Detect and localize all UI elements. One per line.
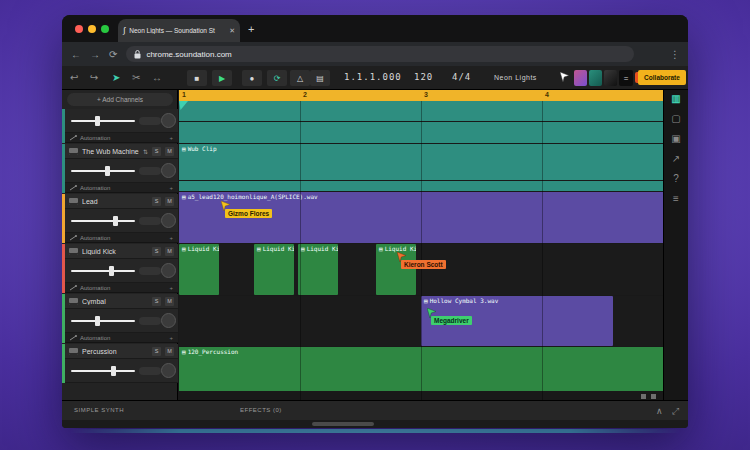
zoom-in-button[interactable] (651, 394, 656, 399)
mute-button[interactable]: M (165, 197, 174, 206)
zoom-window-button[interactable] (101, 25, 109, 33)
kick-clip[interactable]: ▤Liquid Ki (254, 244, 294, 295)
automation-row[interactable]: Automation + (65, 183, 178, 193)
channel-header[interactable]: Liquid Kick S M (65, 244, 178, 259)
tab-close-icon[interactable]: ✕ (229, 27, 235, 35)
channel-header[interactable]: Percussion S M (65, 344, 178, 359)
volume-handle[interactable] (109, 266, 114, 276)
mute-button[interactable]: M (165, 347, 174, 356)
draw-tool-icon[interactable]: ➤ (112, 72, 120, 84)
preset-selector-icon[interactable]: ⇅ (143, 148, 148, 155)
pan-knob[interactable] (161, 263, 176, 278)
automation-add-icon[interactable]: + (169, 135, 173, 141)
kick-clip[interactable]: ▤Liquid Ki (298, 244, 338, 295)
new-tab-button[interactable]: + (248, 24, 254, 35)
volume-slider[interactable] (71, 370, 135, 372)
pan-knob[interactable] (161, 313, 176, 328)
solo-button[interactable]: S (152, 297, 161, 306)
volume-handle[interactable] (95, 116, 100, 126)
browser-tab[interactable]: ∫ Neon Lights — Soundation St ✕ (118, 19, 240, 42)
zoom-out-button[interactable] (641, 394, 646, 399)
stretch-tool-icon[interactable]: ↔ (152, 72, 162, 84)
studio-main-area: + Add Channels Automation + (62, 90, 688, 400)
volume-slider[interactable] (71, 220, 135, 222)
record-button[interactable]: ● (242, 70, 262, 86)
add-channels-button[interactable]: + Add Channels (67, 93, 173, 106)
volume-slider[interactable] (71, 170, 135, 172)
mute-button[interactable]: M (165, 297, 174, 306)
metronome-button[interactable]: △ (290, 70, 310, 86)
mute-button[interactable]: M (165, 247, 174, 256)
volume-slider[interactable] (71, 270, 135, 272)
collapse-panel-icon[interactable]: ∧ (656, 406, 663, 416)
volume-slider[interactable] (71, 320, 135, 322)
mixer-eq-button[interactable]: = (619, 70, 633, 86)
automation-add-icon[interactable]: + (169, 235, 173, 241)
arrangement-timeline[interactable]: 1 2 3 4 ▤Wub Clip ▤a5_ (179, 90, 663, 400)
pan-knob[interactable] (161, 113, 176, 128)
browser-menu-icon[interactable]: ⋮ (670, 49, 680, 60)
volume-handle[interactable] (95, 316, 100, 326)
channel-header[interactable]: Cymbal S M (65, 294, 178, 309)
kick-clip[interactable]: ▤Liquid Ki (376, 244, 416, 295)
mute-button[interactable]: M (165, 147, 174, 156)
time-position-display[interactable]: 1.1.1.000 (344, 72, 402, 82)
volume-slider[interactable] (71, 120, 135, 122)
automation-add-icon[interactable]: + (169, 285, 173, 291)
time-signature-display[interactable]: 4/4 (452, 72, 471, 82)
list-menu-icon[interactable]: ≡ (673, 193, 679, 204)
tempo-display[interactable]: 120 (414, 72, 433, 82)
share-arrow-icon[interactable]: ↗ (672, 153, 680, 164)
cut-tool-icon[interactable]: ✂ (132, 72, 140, 84)
mixer-row (65, 159, 178, 183)
help-icon[interactable]: ? (673, 173, 679, 184)
playhead-flag-icon[interactable] (179, 101, 189, 111)
automation-add-icon[interactable]: + (169, 185, 173, 191)
volume-handle[interactable] (111, 366, 116, 376)
automation-row[interactable]: Automation + (65, 233, 178, 243)
pan-knob[interactable] (161, 163, 176, 178)
selection-marquee-icon[interactable]: ▢ (671, 113, 680, 124)
bar-ruler[interactable]: 1 2 3 4 (179, 90, 663, 101)
collaborator-avatar-3[interactable] (604, 70, 617, 86)
automation-icon (70, 235, 77, 241)
pan-knob[interactable] (161, 213, 176, 228)
expand-panel-icon[interactable]: ⤢ (672, 406, 679, 417)
volume-handle[interactable] (105, 166, 110, 176)
collaborate-button[interactable]: Collaborate (638, 70, 686, 85)
automation-icon (70, 135, 77, 141)
effects-panel-label[interactable]: EFFECTS (0) (240, 407, 282, 413)
channel-header[interactable]: The Wub Machine ⇅ S M (65, 144, 178, 159)
reload-icon[interactable]: ⟳ (109, 49, 117, 60)
url-field[interactable]: chrome.soundation.com (126, 46, 634, 62)
back-icon[interactable]: ← (71, 49, 81, 60)
stop-button[interactable]: ■ (187, 70, 207, 86)
solo-button[interactable]: S (152, 347, 161, 356)
forward-icon[interactable]: → (90, 49, 100, 60)
export-icon[interactable]: ▣ (671, 133, 680, 144)
channel-name: The Wub Machine (82, 148, 139, 155)
browser-window: ∫ Neon Lights — Soundation St ✕ + ← → ⟳ … (62, 15, 688, 428)
automation-row[interactable]: Automation + (65, 133, 178, 143)
pan-knob[interactable] (161, 363, 176, 378)
collaborator-avatar-1[interactable] (574, 70, 587, 86)
volume-handle[interactable] (113, 216, 118, 226)
kick-clip[interactable]: ▤Liquid Ki (179, 244, 219, 295)
solo-button[interactable]: S (152, 147, 161, 156)
solo-button[interactable]: S (152, 197, 161, 206)
library-icon[interactable]: ▥ (671, 93, 680, 104)
automation-row[interactable]: Automation + (65, 283, 178, 293)
automation-row[interactable]: Automation + (65, 333, 178, 343)
keyboard-button[interactable]: ▤ (310, 70, 330, 86)
undo-icon[interactable]: ↩ (70, 72, 78, 84)
channel-header[interactable]: Lead S M (65, 194, 178, 209)
minimize-window-button[interactable] (88, 25, 96, 33)
close-window-button[interactable] (75, 25, 83, 33)
horizontal-scrollbar[interactable] (312, 422, 374, 426)
loop-button[interactable]: ⟳ (267, 70, 287, 86)
redo-icon[interactable]: ↪ (90, 72, 98, 84)
collaborator-avatar-2[interactable] (589, 70, 602, 86)
solo-button[interactable]: S (152, 247, 161, 256)
automation-add-icon[interactable]: + (169, 335, 173, 341)
play-button[interactable]: ▶ (212, 70, 232, 86)
